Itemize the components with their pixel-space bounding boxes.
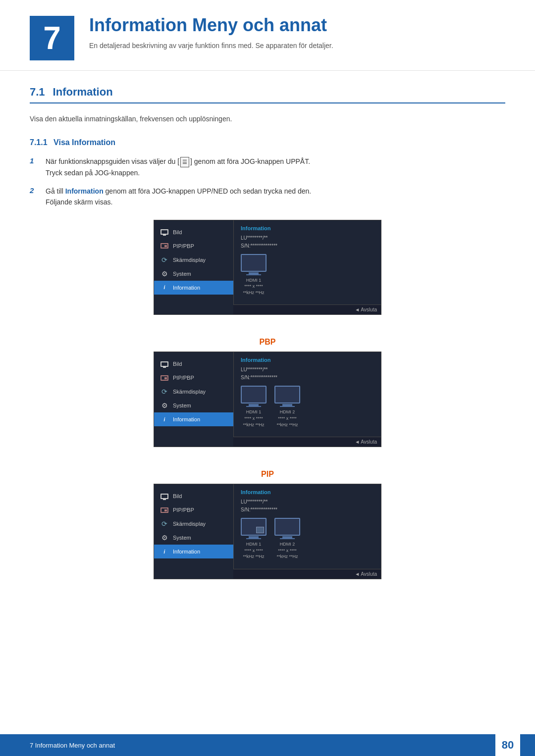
info-icon-1: i	[160, 284, 169, 291]
panel-monitors-pip: HDMI 1**** x ******kHz **Hz HDMI 2**** x…	[241, 518, 374, 560]
section-description: Visa den aktuella inmatningskällan, frek…	[30, 113, 505, 124]
chapter-number: 7	[30, 16, 74, 60]
menu3-label-pip: PIP/PBP	[173, 507, 194, 513]
osd-menu-3: Bild PIP/PBP ⟳ Skärmdisplay ⚙	[154, 484, 233, 579]
menu-icon: ☰	[180, 157, 189, 168]
menu-item-pip: PIP/PBP	[154, 239, 233, 253]
system-icon-3: ⚙	[160, 534, 169, 541]
chapter-header: 7 Information Meny och annat En detaljer…	[0, 0, 535, 71]
step-1: 1 När funktionsknappsguiden visas väljer…	[30, 156, 505, 178]
mini-screen-pip-1	[241, 518, 267, 536]
step-1-number: 1	[30, 156, 42, 165]
step-1-text: När funktionsknappsguiden visas väljer d…	[46, 156, 310, 178]
mini-base-pbp-2	[280, 406, 295, 407]
menu-label-system: System	[173, 271, 191, 277]
menu3-item-pip: PIP/PBP	[154, 503, 233, 517]
skarm-icon-2: ⟳	[160, 388, 169, 395]
footer-text: 7 Information Meny och annat	[30, 742, 115, 749]
mini-screen-pip-2	[274, 518, 300, 536]
menu2-item-skarm: ⟳ Skärmdisplay	[154, 385, 233, 399]
system-icon: ⚙	[160, 270, 169, 277]
subsection-title: Visa Information	[54, 138, 115, 147]
back-label-3: ◄ Avsluta	[355, 571, 377, 577]
menu3-item-information: i Information	[154, 545, 233, 558]
diagram-pip-label: PIP	[261, 470, 274, 479]
osd-footer-3: ◄ Avsluta	[233, 569, 381, 579]
bild-icon-2	[160, 360, 169, 367]
menu-item-bild: Bild	[154, 225, 233, 239]
mini-screen-pbp-1	[241, 386, 267, 403]
mini-base-pbp-1	[246, 406, 261, 407]
mini-base-pip-2	[280, 538, 295, 539]
page-footer: 7 Information Meny och annat 80	[0, 734, 535, 756]
menu-item-information-1: i Information	[154, 281, 233, 295]
mini-base-single	[246, 274, 261, 275]
panel-title-3: Information	[241, 489, 374, 495]
osd-mockup-1: Bild PIP/PBP ⟳ Skärmdisplay ⚙	[154, 220, 381, 315]
menu3-label-system: System	[173, 535, 191, 541]
panel-monitors-single: HDMI 1**** x ******kHz **Hz	[241, 254, 374, 296]
osd-footer-1: ◄ Avsluta	[233, 304, 381, 314]
menu-label-bild: Bild	[173, 229, 182, 235]
menu3-label-bild: Bild	[173, 493, 182, 499]
system-icon-2: ⚙	[160, 402, 169, 409]
diagram-pbp-label: PBP	[260, 338, 276, 347]
osd-footer-2: ◄ Avsluta	[233, 437, 381, 447]
menu3-item-skarm: ⟳ Skärmdisplay	[154, 517, 233, 531]
menu-label-information-1: Information	[173, 285, 200, 291]
menu-label-skarm: Skärmdisplay	[173, 257, 206, 263]
menu2-label-information: Information	[173, 416, 200, 422]
mini-screen-single	[241, 254, 267, 272]
mini-info-pip-1: HDMI 1**** x ******kHz **Hz	[243, 541, 264, 560]
panel-title-1: Information	[241, 225, 374, 231]
main-content: 7.1 Information Visa den aktuella inmatn…	[0, 86, 535, 587]
subsection-number: 7.1.1	[30, 138, 48, 147]
mini-monitor-pbp-2: HDMI 2**** x ******kHz **Hz	[274, 386, 300, 428]
info-icon-3: i	[160, 548, 169, 555]
panel-title-2: Information	[241, 357, 374, 363]
info-icon-2: i	[160, 416, 169, 423]
information-link: Information	[65, 187, 104, 195]
osd-panel-1: Information LU********/**S/N:***********…	[233, 220, 381, 305]
steps-list: 1 När funktionsknappsguiden visas väljer…	[30, 156, 505, 207]
menu3-item-system: ⚙ System	[154, 531, 233, 545]
osd-menu-2: Bild PIP/PBP ⟳ Skärmdisplay ⚙	[154, 352, 233, 447]
mini-screen-pbp-2	[274, 386, 300, 403]
chapter-subtitle: En detaljerad beskrivning av varje funkt…	[89, 41, 505, 51]
osd-menu-1: Bild PIP/PBP ⟳ Skärmdisplay ⚙	[154, 220, 233, 315]
menu3-label-skarm: Skärmdisplay	[173, 521, 206, 527]
osd-mockup-3: Bild PIP/PBP ⟳ Skärmdisplay ⚙	[154, 484, 381, 579]
diagram-pbp: PBP Bild PIP/PBP ⟳	[30, 338, 505, 455]
bild-icon	[160, 229, 169, 236]
mini-base-pip-1	[246, 538, 261, 539]
section-number: 7.1	[30, 86, 45, 99]
chapter-title-block: Information Meny och annat En detaljerad…	[89, 15, 505, 51]
menu-item-system: ⚙ System	[154, 267, 233, 281]
panel-model-1: LU********/**S/N:**************	[241, 234, 374, 250]
menu2-label-skarm: Skärmdisplay	[173, 389, 206, 395]
mini-info-single: HDMI 1**** x ******kHz **Hz	[243, 277, 264, 296]
menu-item-skarm: ⟳ Skärmdisplay	[154, 253, 233, 267]
osd-panel-3: Information LU********/**S/N:***********…	[233, 484, 381, 569]
bild-icon-3	[160, 493, 169, 500]
mini-info-pbp-2: HDMI 2**** x ******kHz **Hz	[276, 409, 298, 428]
skarm-icon: ⟳	[160, 256, 169, 263]
menu2-item-pip: PIP/PBP	[154, 371, 233, 385]
menu-label-pip: PIP/PBP	[173, 243, 194, 249]
menu2-label-system: System	[173, 403, 191, 408]
mini-monitor-pip-2: HDMI 2**** x ******kHz **Hz	[274, 518, 300, 560]
panel-model-3: LU********/**S/N:**************	[241, 498, 374, 514]
diagram-single: Bild PIP/PBP ⟳ Skärmdisplay ⚙	[30, 220, 505, 323]
mini-monitor-pip-1: HDMI 1**** x ******kHz **Hz	[241, 518, 267, 560]
step-2: 2 Gå till Information genom att föra JOG…	[30, 186, 505, 208]
subsection-heading: 7.1.1 Visa Information	[30, 138, 505, 147]
mini-monitor-pbp-1: HDMI 1**** x ******kHz **Hz	[241, 386, 267, 428]
diagram-pip: PIP Bild PIP/PBP ⟳	[30, 470, 505, 587]
section-heading: 7.1 Information	[30, 86, 505, 103]
chapter-title: Information Meny och annat	[89, 15, 505, 36]
menu3-label-information: Information	[173, 549, 200, 554]
pip-icon	[160, 243, 169, 250]
step-2-text: Gå till Information genom att föra JOG-k…	[46, 186, 311, 208]
menu3-item-bild: Bild	[154, 489, 233, 503]
osd-panel-2: Information LU********/**S/N:***********…	[233, 352, 381, 437]
